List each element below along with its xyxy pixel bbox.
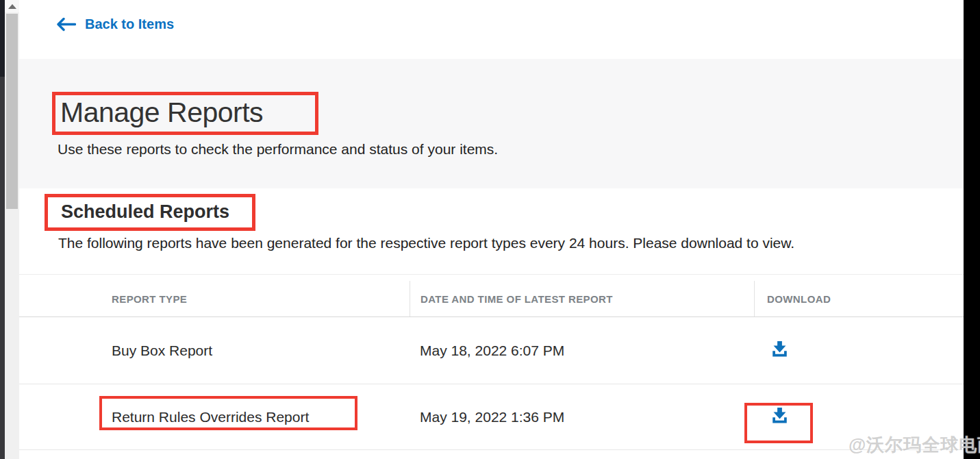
col-header-report-type: REPORT TYPE bbox=[19, 281, 410, 317]
section-description: The following reports have been generate… bbox=[58, 235, 794, 251]
scheduled-reports-table: REPORT TYPE DATE AND TIME OF LATEST REPO… bbox=[19, 274, 964, 450]
left-edge-dark-strip-bottom bbox=[0, 77, 5, 459]
page-title: Manage Reports bbox=[55, 95, 315, 130]
manage-reports-page: Back to Items Manage Reports Use these r… bbox=[0, 0, 980, 459]
watermark: @沃尔玛全球电商 bbox=[849, 433, 980, 457]
download-cell bbox=[754, 406, 964, 429]
annotation-box-section-heading: Scheduled Reports bbox=[45, 194, 255, 231]
content-area: Back to Items Manage Reports Use these r… bbox=[19, 0, 964, 459]
report-date-cell: May 18, 2022 6:07 PM bbox=[410, 343, 754, 359]
up-triangle-icon bbox=[8, 4, 16, 9]
report-date-cell: May 19, 2022 1:36 PM bbox=[410, 409, 754, 425]
scroll-up-button[interactable] bbox=[5, 0, 19, 12]
back-to-items-link[interactable]: Back to Items bbox=[56, 16, 174, 32]
report-type-cell: Return Rules Overrides Report bbox=[19, 409, 410, 425]
vertical-scrollbar[interactable] bbox=[5, 0, 19, 459]
col-header-date: DATE AND TIME OF LATEST REPORT bbox=[410, 281, 754, 317]
report-type-cell: Buy Box Report bbox=[19, 343, 410, 359]
scrollbar-thumb[interactable] bbox=[6, 14, 18, 209]
page-subtitle: Use these reports to check the performan… bbox=[58, 141, 498, 158]
download-button[interactable] bbox=[770, 339, 790, 359]
left-arrow-icon bbox=[56, 17, 76, 32]
table-row-buy-box: Buy Box Report May 18, 2022 6:07 PM bbox=[19, 317, 964, 384]
download-icon bbox=[770, 339, 790, 359]
back-link-label: Back to Items bbox=[85, 16, 174, 32]
section-heading: Scheduled Reports bbox=[48, 197, 252, 226]
left-edge-dark-strip-top bbox=[0, 0, 5, 77]
table-header-row: REPORT TYPE DATE AND TIME OF LATEST REPO… bbox=[19, 274, 964, 317]
download-icon bbox=[770, 406, 790, 425]
download-cell bbox=[754, 339, 964, 362]
download-button[interactable] bbox=[770, 406, 790, 425]
right-edge-black-bar bbox=[964, 0, 980, 459]
col-header-download: DOWNLOAD bbox=[754, 281, 964, 317]
table-row-return-rules-overrides: Return Rules Overrides Report May 19, 20… bbox=[19, 384, 964, 450]
annotation-box-title: Manage Reports bbox=[52, 92, 318, 135]
